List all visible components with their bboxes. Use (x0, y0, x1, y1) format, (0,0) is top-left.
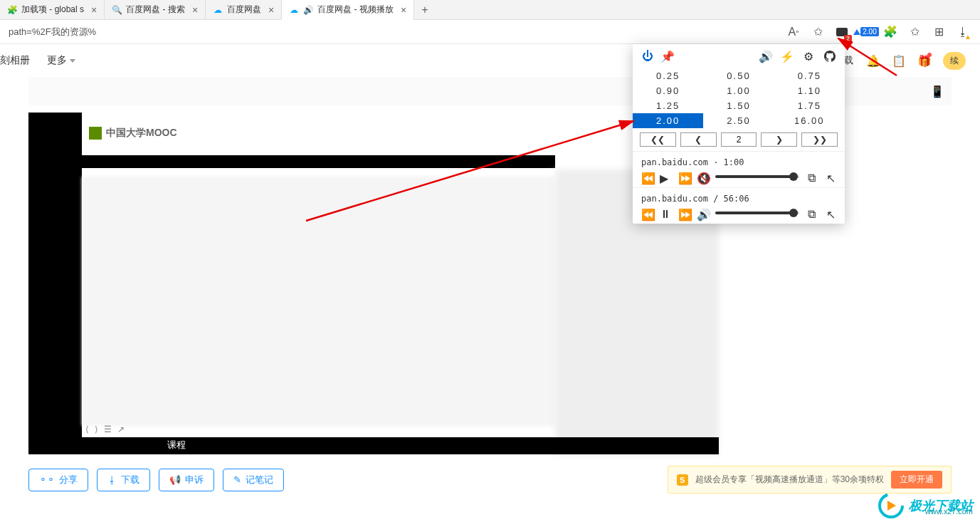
read-aloud-icon[interactable]: A» (786, 25, 801, 39)
speed-badge: 2.00 (860, 27, 878, 36)
prev-icon[interactable]: ⟨ (85, 424, 89, 434)
speed-control-popup: ⏻ 📌 🔊 ⚡ ⚙ 0.250.500.750.901.001.101.251.… (633, 44, 845, 224)
pencil-icon: ✎ (233, 474, 241, 485)
vip-promo-text: 超级会员专享「视频高速播放通道」等30余项特权 (695, 474, 884, 486)
chevron-down-icon (70, 59, 75, 63)
volume-icon[interactable]: 🔊 (697, 208, 707, 218)
speed-preset-2.50[interactable]: 2.50 (703, 113, 774, 128)
pin-icon[interactable]: 📌 (661, 50, 674, 63)
close-icon[interactable]: × (91, 4, 97, 16)
rewind-icon[interactable]: ⏪ (641, 208, 651, 218)
speed-preset-0.25[interactable]: 0.25 (633, 68, 703, 83)
speed-preset-1.00[interactable]: 1.00 (703, 83, 774, 98)
volume-slider-2[interactable] (715, 212, 799, 214)
clipboard-icon[interactable]: 📋 (892, 54, 905, 67)
appeal-button[interactable]: 📢 申诉 (159, 469, 214, 491)
forward-icon[interactable]: ⏩ (678, 172, 688, 182)
new-tab-button[interactable]: + (414, 4, 435, 16)
gear-icon[interactable]: ⚙ (802, 50, 815, 63)
bell-icon[interactable]: 🔔 (866, 54, 879, 67)
speed-last-button[interactable]: ❯❯ (801, 132, 838, 147)
speed-preset-0.90[interactable]: 0.90 (633, 83, 703, 98)
video-blur-area (82, 177, 555, 426)
share-icon: ⚬⚬ (39, 474, 55, 485)
speed-preset-2.00[interactable]: 2.00 (633, 113, 703, 128)
speed-prev-button[interactable]: ❮ (680, 132, 717, 147)
speed-extension-icon[interactable]: 2.00 (859, 25, 873, 39)
pip-icon[interactable]: ⧉ (808, 208, 818, 218)
baidu-icon: ☁ (213, 5, 223, 15)
nav-more[interactable]: 更多 (47, 54, 75, 67)
close-icon[interactable]: × (268, 4, 274, 16)
speed-nav-row: ❮❮ ❮ 2 ❯ ❯❯ (633, 128, 845, 151)
subtitle-text: 课程 (167, 439, 186, 450)
mooc-label: 中国大学MOOC (106, 127, 177, 140)
tab-baidupan[interactable]: ☁ 百度网盘 × (206, 0, 282, 20)
tab-label: 百度网盘 (227, 4, 261, 16)
expand-icon[interactable]: ↗ (117, 424, 125, 434)
speed-input[interactable]: 2 (721, 132, 757, 147)
watermark-icon (878, 492, 905, 519)
badge-count: 2 (844, 35, 852, 42)
speed-preset-16.00[interactable]: 16.00 (774, 113, 845, 128)
speed-next-button[interactable]: ❯ (761, 132, 797, 147)
add-favorite-icon[interactable]: ✩ (811, 25, 825, 39)
close-icon[interactable]: × (192, 4, 198, 16)
tab-label: 加载项 - global s (21, 4, 84, 16)
notes-button[interactable]: ✎ 记笔记 (223, 469, 284, 491)
mute-icon[interactable]: 🔇 (697, 172, 707, 182)
tab-search[interactable]: 🔍 百度网盘 - 搜索 × (105, 0, 206, 20)
media-controls-2: ⏪ ⏸ ⏩ 🔊 ⧉ ↖ (641, 208, 836, 218)
mobile-icon[interactable]: 📱 (930, 85, 944, 98)
extensions-icon[interactable]: 🧩 (883, 25, 897, 39)
watermark-url: www.xz7.com (925, 507, 973, 516)
speed-preset-1.50[interactable]: 1.50 (703, 98, 774, 113)
video-strip (82, 155, 555, 168)
pip-icon[interactable]: ⧉ (808, 172, 818, 182)
appeal-label: 申诉 (185, 474, 204, 486)
mooc-logo: 中国大学MOOC (89, 127, 177, 140)
tab-addons[interactable]: 🧩 加载项 - global s × (0, 0, 105, 20)
nav-album[interactable]: 刻相册 (0, 54, 30, 67)
renew-button[interactable]: 续 (943, 52, 966, 70)
play-icon[interactable]: ▶ (660, 172, 670, 182)
extension-icon[interactable]: 2 (835, 25, 849, 39)
url-input[interactable] (6, 26, 786, 37)
gift-icon[interactable]: 🎁 (917, 54, 930, 67)
download-button[interactable]: ⭳ 下载 (97, 469, 150, 491)
favorites-icon[interactable]: ✩ (907, 25, 922, 39)
speed-preset-0.75[interactable]: 0.75 (774, 68, 845, 83)
download-icon: ⭳ (107, 474, 117, 485)
vip-cta-button[interactable]: 立即开通 (891, 471, 942, 489)
volume-icon[interactable]: 🔊 (759, 50, 772, 63)
forward-icon[interactable]: ⏩ (678, 208, 688, 218)
media-block-2: pan.baidu.com / 56:06 ⏪ ⏸ ⏩ 🔊 ⧉ ↖ (633, 187, 845, 224)
speed-preset-0.50[interactable]: 0.50 (703, 68, 774, 83)
close-icon[interactable]: × (401, 4, 406, 16)
nav-more-label: 更多 (47, 54, 67, 67)
speed-preset-1.25[interactable]: 1.25 (633, 98, 703, 113)
power-icon[interactable]: ⏻ (641, 50, 654, 63)
list-icon[interactable]: ☰ (104, 424, 112, 434)
rewind-icon[interactable]: ⏪ (641, 172, 651, 182)
speed-first-button[interactable]: ❮❮ (640, 132, 676, 147)
volume-slider-1[interactable] (715, 175, 799, 178)
collections-icon[interactable]: ⊞ (932, 25, 946, 39)
tab-video-player[interactable]: ☁ 🔊 百度网盘 - 视频播放 × (282, 0, 414, 20)
speed-preset-grid: 0.250.500.750.901.001.101.251.501.752.00… (633, 68, 845, 128)
media-label-2: pan.baidu.com / 56:06 (641, 194, 836, 204)
share-button[interactable]: ⚬⚬ 分享 (28, 469, 88, 491)
github-icon[interactable] (823, 50, 836, 63)
downloads-icon[interactable]: ⭳▲ (956, 25, 970, 39)
video-player[interactable]: 中国大学MOOC ⟨ ⟩ ☰ ↗ 课程 (28, 113, 719, 454)
cursor-icon[interactable]: ↖ (826, 172, 836, 182)
bolt-icon[interactable]: ⚡ (781, 50, 794, 63)
search-icon: 🔍 (112, 5, 122, 15)
next-icon[interactable]: ⟩ (95, 424, 98, 434)
speed-preset-1.10[interactable]: 1.10 (774, 83, 845, 98)
pause-icon[interactable]: ⏸ (660, 208, 670, 218)
speed-preset-1.75[interactable]: 1.75 (774, 98, 845, 113)
browser-tab-strip: 🧩 加载项 - global s × 🔍 百度网盘 - 搜索 × ☁ 百度网盘 … (0, 0, 980, 20)
cursor-icon[interactable]: ↖ (826, 208, 836, 218)
address-bar: A» ✩ 2 2.00 🧩 ✩ ⊞ ⭳▲ (0, 20, 980, 44)
